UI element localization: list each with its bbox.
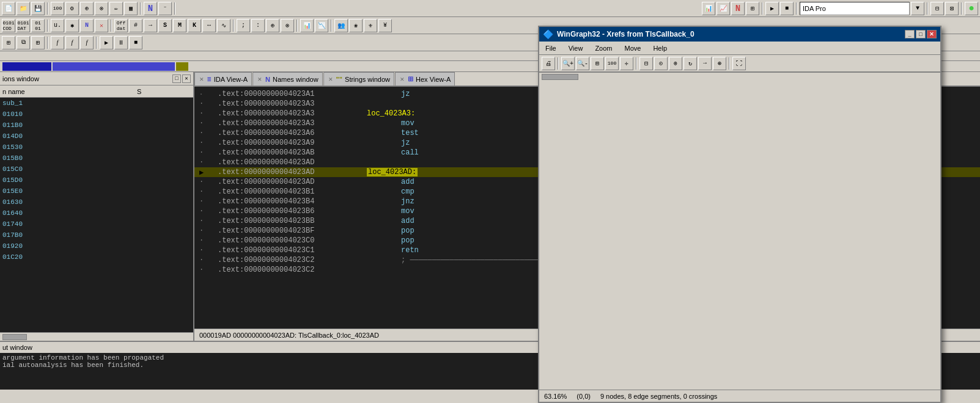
tb-play[interactable]: ▶ — [765, 2, 779, 15]
tb2-trident[interactable]: ⚜ — [364, 19, 377, 32]
tb2-colon[interactable]: ; — [237, 19, 250, 32]
tb2-yen[interactable]: ¥ — [378, 19, 392, 32]
wg-zoom-in[interactable]: 🔍+ — [561, 57, 575, 70]
tb-grid[interactable]: ▦ — [124, 2, 138, 15]
scrollbar-thumb[interactable] — [2, 334, 27, 340]
tb-n-big[interactable]: N — [731, 2, 745, 15]
tb-100[interactable]: 100 — [51, 2, 64, 15]
tab-close-strings[interactable]: ✕ — [328, 76, 334, 82]
wg-crosshair[interactable]: ✛ — [620, 57, 633, 70]
panel-close-btn[interactable]: ✕ — [182, 74, 191, 83]
tb2-1[interactable]: 0101COD — [2, 19, 15, 32]
list-item[interactable]: 01010 — [0, 109, 193, 120]
tb2-chart3[interactable]: 📉 — [315, 19, 328, 32]
wg-fit[interactable]: ⊞ — [591, 57, 604, 70]
menu-file[interactable]: File — [542, 43, 560, 53]
wg-layout5[interactable]: → — [698, 57, 712, 70]
list-item[interactable]: sub_1 — [0, 98, 193, 109]
tb-open[interactable]: 📁 — [17, 2, 30, 15]
tb2-letter[interactable]: u. — [51, 19, 64, 32]
tab-close-ida[interactable]: ✕ — [199, 76, 205, 82]
tb2-chart2[interactable]: 📊 — [300, 19, 314, 32]
list-item[interactable]: 011B0 — [0, 120, 193, 131]
menu-help[interactable]: Help — [649, 43, 671, 53]
tb2-star[interactable]: ✱ — [65, 19, 79, 32]
tb-stop[interactable]: ■ — [780, 2, 794, 15]
wingraph-maximize-btn[interactable]: □ — [916, 30, 926, 38]
tb2-a1[interactable]: ⊕ — [266, 19, 279, 32]
list-item[interactable]: 01640 — [0, 208, 193, 219]
tb3-pause[interactable]: ⏸ — [114, 36, 128, 49]
wg-layout6[interactable]: ⊛ — [713, 57, 726, 70]
tb3-paste[interactable]: ⊞ — [31, 36, 45, 49]
names-scrollbar-h[interactable] — [0, 332, 193, 341]
tb-btn2[interactable]: ⚙ — [65, 2, 79, 15]
list-item[interactable]: 01630 — [0, 197, 193, 208]
list-item[interactable]: 015D0 — [0, 175, 193, 186]
tb2-k[interactable]: K — [188, 19, 201, 32]
tb3-play2[interactable]: ▶ — [100, 36, 113, 49]
wg-100[interactable]: 100 — [605, 57, 619, 70]
graph-scroll-h[interactable] — [539, 72, 940, 81]
wg-zoom-out[interactable]: 🔍- — [576, 57, 589, 70]
tab-ida-view[interactable]: ✕ ≡ IDA View-A — [194, 72, 252, 85]
tab-hex[interactable]: ✕ ⊞ Hex View-A — [395, 72, 455, 85]
wingraph-minimize-btn[interactable]: _ — [905, 30, 915, 38]
wg-select[interactable]: ⛶ — [732, 57, 746, 70]
menu-move[interactable]: Move — [621, 43, 645, 53]
tb-dropdown[interactable]: ▼ — [911, 2, 924, 15]
tb-n6[interactable]: ⁻ — [158, 2, 172, 15]
tb-misc2[interactable]: ⊠ — [945, 2, 959, 15]
wg-layout3[interactable]: ⊚ — [669, 57, 682, 70]
list-item[interactable]: 015B0 — [0, 153, 193, 164]
tb-pencil[interactable]: ✏ — [109, 2, 123, 15]
list-item[interactable]: 014D0 — [0, 131, 193, 142]
tb2-s[interactable]: S — [158, 19, 172, 32]
wg-layout2[interactable]: ⊙ — [654, 57, 668, 70]
tb-new[interactable]: 📄 — [2, 2, 15, 15]
tb2-semi[interactable]: : — [251, 19, 265, 32]
graph-scroll-thumb-h[interactable] — [542, 74, 578, 80]
tab-strings[interactable]: ✕ "" Strings window — [323, 72, 394, 85]
tb2-arr[interactable]: → — [144, 19, 157, 32]
tb-green-dot[interactable]: ● — [965, 2, 978, 15]
tab-names[interactable]: ✕ N Names window — [252, 72, 323, 85]
tb-chart[interactable]: 📈 — [717, 2, 730, 15]
tb2-wave[interactable]: ∿ — [217, 19, 230, 32]
tb2-hash[interactable]: # — [129, 19, 142, 32]
tb2-2[interactable]: 0101DAT — [17, 19, 30, 32]
tab-close-hex[interactable]: ✕ — [399, 76, 405, 82]
wg-print[interactable]: 🖨 — [542, 57, 555, 70]
list-item[interactable]: 01530 — [0, 142, 193, 153]
tb-n5[interactable]: N — [144, 2, 157, 15]
menu-zoom[interactable]: Zoom — [591, 43, 616, 53]
tb3-stop2[interactable]: ■ — [129, 36, 142, 49]
tb-funcs[interactable]: ⊞ — [746, 2, 759, 15]
tb-graph[interactable]: 📊 — [702, 2, 715, 15]
tb-btn3[interactable]: ⊕ — [80, 2, 94, 15]
wg-layout4[interactable]: ↻ — [683, 57, 697, 70]
tab-close-names[interactable]: ✕ — [257, 76, 263, 82]
tb-save[interactable]: 💾 — [31, 2, 45, 15]
tb-btn4[interactable]: ⊗ — [95, 2, 108, 15]
tb3-f3[interactable]: f — [80, 36, 94, 49]
tb2-x[interactable]: ✕ — [95, 19, 108, 32]
wingraph-close-btn[interactable]: ✕ — [927, 30, 937, 38]
tb3-copy[interactable]: ⧉ — [17, 36, 30, 49]
tb2-3[interactable]: 0101 — [31, 19, 45, 32]
panel-float-btn[interactable]: □ — [172, 74, 181, 83]
list-item[interactable]: 01920 — [0, 241, 193, 252]
wg-layout1[interactable]: ⊟ — [639, 57, 653, 70]
tb2-eq[interactable]: ↔ — [202, 19, 216, 32]
tb2-m[interactable]: M — [173, 19, 186, 32]
tb2-n[interactable]: N — [80, 19, 94, 32]
list-item[interactable]: 01C20 — [0, 252, 193, 263]
list-item[interactable]: 017B0 — [0, 230, 193, 241]
list-item[interactable]: 015E0 — [0, 186, 193, 197]
tb2-off[interactable]: Offdat — [114, 19, 128, 32]
list-item[interactable]: 01740 — [0, 219, 193, 230]
tb3-f2[interactable]: f — [65, 36, 79, 49]
tb3-prev[interactable]: ⊞ — [2, 36, 15, 49]
menu-view[interactable]: View — [565, 43, 587, 53]
names-list[interactable]: sub_1 01010 011B0 014D0 01530 015B0 015C… — [0, 98, 193, 332]
